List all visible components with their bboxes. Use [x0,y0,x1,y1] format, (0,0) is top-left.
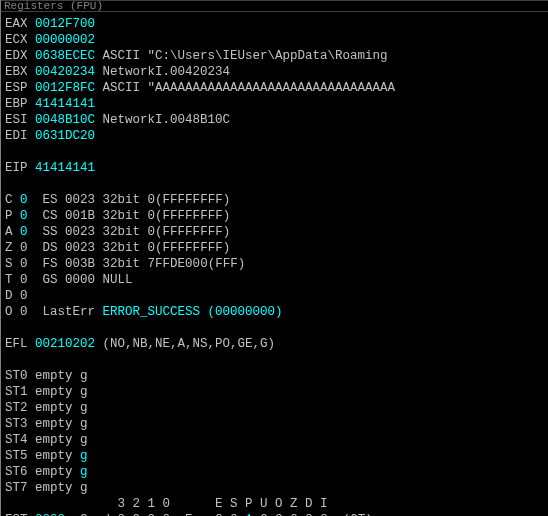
reg-fst[interactable]: FST 0020 Cond 0 0 0 0 Err 0 0 1 0 0 0 0 … [5,512,548,516]
fpu-st1[interactable]: ST1 empty g [5,384,548,400]
registers-panel: EAX 0012F700 ECX 00000002 EDX 0638ECEC A… [1,14,548,516]
reg-esi[interactable]: ESI 0048B10C NetworkI.0048B10C [5,112,548,128]
fst-header: 3 2 1 0 E S P U O Z D I [5,496,548,512]
fpu-st6[interactable]: ST6 empty g [5,464,548,480]
reg-ebx[interactable]: EBX 00420234 NetworkI.00420234 [5,64,548,80]
flag-S[interactable]: S 0 FS 003B 32bit 7FFDE000(FFF) [5,256,548,272]
fpu-st2[interactable]: ST2 empty g [5,400,548,416]
flag-O[interactable]: O 0 LastErr ERROR_SUCCESS (00000000) [5,304,548,320]
reg-ebp[interactable]: EBP 41414141 [5,96,548,112]
panel-title: Registers (FPU) [1,0,548,12]
fpu-st4[interactable]: ST4 empty g [5,432,548,448]
fpu-st7[interactable]: ST7 empty g [5,480,548,496]
reg-edx[interactable]: EDX 0638ECEC ASCII "C:\Users\IEUser\AppD… [5,48,548,64]
fpu-st3[interactable]: ST3 empty g [5,416,548,432]
reg-ecx[interactable]: ECX 00000002 [5,32,548,48]
reg-eax[interactable]: EAX 0012F700 [5,16,548,32]
reg-edi[interactable]: EDI 0631DC20 [5,128,548,144]
flag-P[interactable]: P 0 CS 001B 32bit 0(FFFFFFFF) [5,208,548,224]
fpu-st0[interactable]: ST0 empty g [5,368,548,384]
reg-esp[interactable]: ESP 0012F8FC ASCII "AAAAAAAAAAAAAAAAAAAA… [5,80,548,96]
flag-A[interactable]: A 0 SS 0023 32bit 0(FFFFFFFF) [5,224,548,240]
flag-C[interactable]: C 0 ES 0023 32bit 0(FFFFFFFF) [5,192,548,208]
flag-D[interactable]: D 0 [5,288,548,304]
fpu-st5[interactable]: ST5 empty g [5,448,548,464]
reg-efl[interactable]: EFL 00210202 (NO,NB,NE,A,NS,PO,GE,G) [5,336,548,352]
reg-eip[interactable]: EIP 41414141 [5,160,548,176]
flag-T[interactable]: T 0 GS 0000 NULL [5,272,548,288]
flag-Z[interactable]: Z 0 DS 0023 32bit 0(FFFFFFFF) [5,240,548,256]
